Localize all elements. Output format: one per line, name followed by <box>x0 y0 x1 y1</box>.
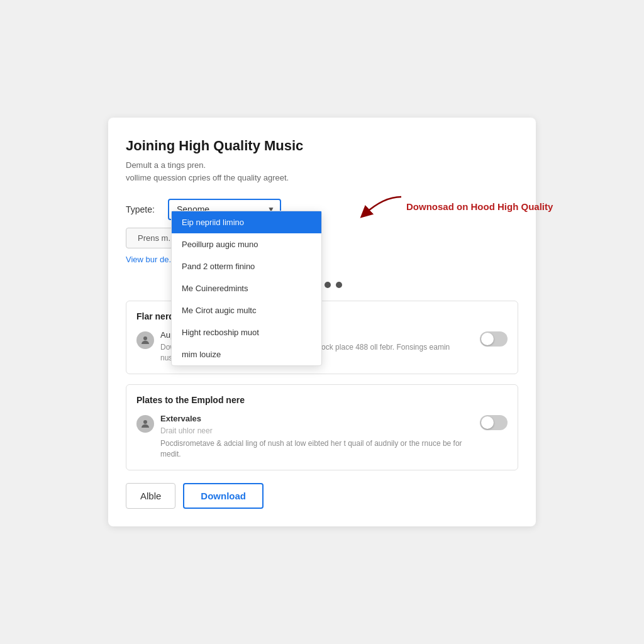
setting-icon-auprity <box>136 331 154 349</box>
dot-4 <box>336 282 342 288</box>
dropdown-item-0[interactable]: Eip nepriid limino <box>172 211 321 233</box>
dropdown-item-1[interactable]: Peoillurp augic muno <box>172 233 321 255</box>
svg-point-1 <box>143 420 147 424</box>
setting-extervales-info: Extervales Drait uhlor neer Pocdisrometa… <box>160 414 472 460</box>
person-icon-2 <box>140 418 151 430</box>
dot-3 <box>325 282 331 288</box>
setting-extervales-left: Extervales Drait uhlor neer Pocdisrometa… <box>136 414 472 460</box>
dropdown-overlay: Eip nepriid limino Peoillurp augic muno … <box>171 211 322 366</box>
annotation-container: Downosad on Hood High Quality <box>352 194 553 219</box>
view-link[interactable]: View bur de... <box>126 255 175 264</box>
section-emplod: Plates to the Emplod nere Extervales Dra… <box>126 384 518 470</box>
setting-extervales-name: Extervales <box>160 414 472 423</box>
page-title: Joining High Quality Music <box>126 138 518 154</box>
dropdown-item-3[interactable]: Me Cuineredmints <box>172 277 321 299</box>
setting-icon-extervales <box>136 415 154 433</box>
dropdown-item-6[interactable]: mim louize <box>172 343 321 365</box>
setting-extervales: Extervales Drait uhlor neer Pocdisrometa… <box>136 414 508 470</box>
setting-extervales-sublabel: Drait uhlor neer <box>160 426 472 436</box>
arrow-icon <box>352 194 402 219</box>
toggle-auprity[interactable] <box>480 331 508 347</box>
alble-button[interactable]: Alble <box>126 483 175 509</box>
main-card: Joining High Quality Music Demult a a ti… <box>108 118 536 526</box>
svg-point-0 <box>143 336 147 340</box>
section-emplod-title: Plates to the Emplod nere <box>136 395 508 405</box>
footer-buttons: Alble Download <box>126 483 518 509</box>
type-label: Typete: <box>126 204 160 214</box>
person-icon <box>140 335 151 346</box>
download-button[interactable]: Download <box>183 483 264 509</box>
dropdown-item-5[interactable]: Hight recboship muot <box>172 321 321 343</box>
setting-extervales-desc: Pocdisrometave & adcial ling of nush at … <box>160 438 472 460</box>
dropdown-item-4[interactable]: Me Cirot augic multc <box>172 299 321 321</box>
annotation-text: Downosad on Hood High Quality <box>406 201 553 212</box>
page-subtitle: Demult a a tings pren. vollime quession … <box>126 159 518 184</box>
toggle-extervales[interactable] <box>480 415 508 430</box>
dropdown-item-2[interactable]: Pand 2 otterm finino <box>172 255 321 277</box>
